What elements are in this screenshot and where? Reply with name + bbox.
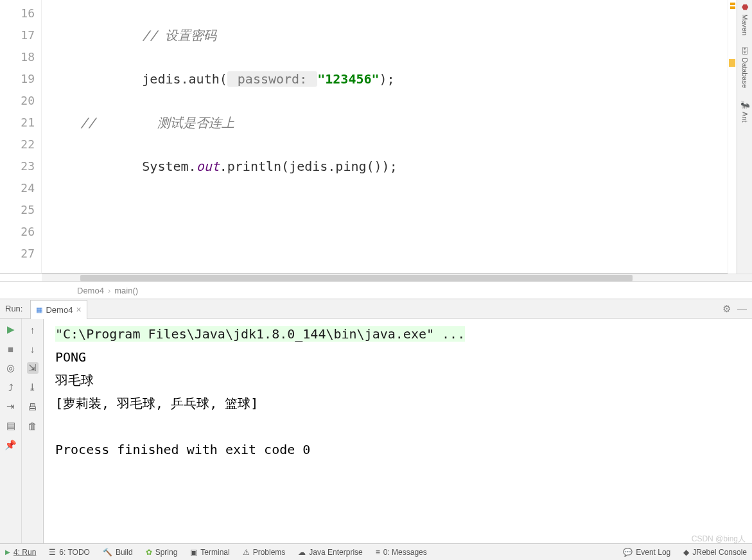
- console-line: PONG: [55, 346, 752, 369]
- marker-warning[interactable]: [730, 3, 735, 5]
- code-text: .println(jedis.ping());: [220, 159, 398, 174]
- exit-icon[interactable]: ⇥: [5, 401, 17, 412]
- line-number: 18: [0, 46, 35, 68]
- console-line: "C:\Program Files\Java\jdk1.8.0_144\bin\…: [55, 322, 752, 346]
- run-toolbar-left2: ↑ ↓ ⇲ ⤓ 🖶 🗑: [22, 319, 44, 550]
- line-number: 26: [0, 221, 35, 243]
- line-number: 27: [0, 243, 35, 265]
- code-line[interactable]: [42, 243, 752, 265]
- pin-icon[interactable]: 📌: [5, 439, 17, 451]
- layout-icon[interactable]: ▤: [5, 420, 17, 432]
- application-icon: ▦: [36, 306, 42, 314]
- jrebel-console-button[interactable]: ◆JRebel Console: [683, 548, 747, 557]
- soft-wrap-icon[interactable]: ⇲: [27, 362, 39, 374]
- string-literal: "123456": [317, 71, 379, 87]
- messages-icon: ≡: [376, 548, 380, 557]
- console-line: 羽毛球: [55, 369, 752, 392]
- error-stripe[interactable]: [728, 0, 737, 274]
- camera-icon[interactable]: ◎: [5, 362, 17, 374]
- line-number: 24: [0, 177, 35, 199]
- code-text: );: [380, 71, 395, 87]
- code-line[interactable]: // 设置密码: [42, 24, 752, 46]
- command-line: "C:\Program Files\Java\jdk1.8.0_144\bin\…: [55, 326, 465, 342]
- code-text: jedis.auth(: [142, 71, 227, 87]
- field-ref: out: [197, 159, 220, 174]
- breadcrumb-item[interactable]: main(): [114, 286, 138, 295]
- run-tab-label: Demo4: [46, 305, 73, 315]
- code-editor: 16 17 18 19 20 21 22 23 24 25 26 27 // 设…: [0, 0, 752, 274]
- marker-warning[interactable]: [730, 6, 735, 9]
- event-log-button[interactable]: 💬Event Log: [623, 548, 670, 557]
- line-number: 19: [0, 68, 35, 90]
- horizontal-scrollbar[interactable]: [42, 274, 752, 281]
- line-number: 17: [0, 24, 35, 46]
- scrollbar-thumb[interactable]: [80, 275, 633, 281]
- run-tool-button[interactable]: ▶4: Run: [5, 548, 36, 557]
- spring-tool-button[interactable]: ✿Spring: [146, 548, 178, 557]
- java-enterprise-tool-button[interactable]: ☁Java Enterprise: [298, 548, 362, 557]
- console-output[interactable]: "C:\Program Files\Java\jdk1.8.0_144\bin\…: [44, 319, 752, 550]
- console-line: [萝莉装, 羽毛球, 乒乓球, 篮球]: [55, 392, 752, 415]
- code-line[interactable]: jedis.auth( password: "123456");: [42, 68, 752, 90]
- todo-tool-button[interactable]: ☰6: TODO: [49, 548, 90, 557]
- list-icon: ☰: [49, 548, 56, 557]
- scroll-to-end-icon[interactable]: ⤓: [27, 381, 39, 393]
- run-toolbar-left: ▶ ■ ◎ ⤴ ⇥ ▤ 📌: [0, 319, 22, 550]
- messages-tool-button[interactable]: ≡0: Messages: [376, 548, 427, 557]
- close-tab-icon[interactable]: ✕: [76, 306, 82, 314]
- run-tool-body: ▶ ■ ◎ ⤴ ⇥ ▤ 📌 ↑ ↓ ⇲ ⤓ 🖶 🗑 "C:\Program Fi…: [0, 319, 752, 550]
- line-number: 22: [0, 134, 35, 155]
- comment: 测试是否连上: [157, 115, 234, 130]
- line-gutter: 16 17 18 19 20 21 22 23 24 25 26 27: [0, 0, 42, 273]
- line-number: 23: [0, 155, 35, 177]
- process-status: Process finished with exit code 0: [55, 438, 752, 461]
- hide-icon[interactable]: —: [737, 303, 747, 314]
- problems-tool-button[interactable]: ⚠Problems: [243, 548, 286, 557]
- code-line[interactable]: // 测试是否连上: [42, 112, 752, 134]
- gear-icon[interactable]: ⚙: [722, 303, 731, 315]
- comment: // 设置密码: [142, 28, 216, 43]
- code-line[interactable]: System.out.println(jedis.ping());: [42, 155, 752, 177]
- breadcrumb-bar: Demo4 › main(): [0, 281, 752, 299]
- jrebel-icon: ◆: [683, 548, 689, 557]
- console-line: [55, 415, 752, 438]
- stop-icon[interactable]: ■: [5, 343, 17, 354]
- balloon-icon: 💬: [623, 548, 633, 557]
- run-label: Run:: [5, 304, 22, 313]
- bottom-tool-bar: ▶4: Run ☰6: TODO 🔨Build ✿Spring ▣Termina…: [0, 543, 752, 560]
- dump-icon[interactable]: ⤴: [5, 381, 17, 393]
- maven-tool-button[interactable]: ⬣Maven: [740, 3, 749, 35]
- run-tool-header: Run: ▦ Demo4 ✕ ⚙ —: [0, 299, 752, 319]
- code-body[interactable]: // 设置密码 jedis.auth( password: "123456");…: [42, 0, 752, 273]
- down-icon[interactable]: ↓: [27, 343, 39, 354]
- up-icon[interactable]: ↑: [27, 324, 39, 335]
- code-text: System.: [142, 159, 196, 174]
- comment-slash: //: [80, 115, 96, 130]
- line-number: 20: [0, 90, 35, 112]
- line-number: 25: [0, 199, 35, 221]
- clear-icon[interactable]: 🗑: [27, 420, 39, 432]
- right-tool-strip: ⬣Maven 🗄Database 🐜Ant: [737, 0, 752, 274]
- rerun-icon[interactable]: ▶: [5, 324, 17, 335]
- marker-warning[interactable]: [729, 59, 735, 67]
- build-tool-button[interactable]: 🔨Build: [103, 548, 133, 557]
- breadcrumb-item[interactable]: Demo4: [77, 286, 104, 295]
- watermark: CSDN @bing人: [692, 534, 746, 545]
- database-tool-button[interactable]: 🗄Database: [740, 47, 749, 88]
- breadcrumb-separator: ›: [108, 286, 110, 295]
- line-number: 21: [0, 112, 35, 134]
- run-tab[interactable]: ▦ Demo4 ✕: [30, 300, 87, 319]
- print-icon[interactable]: 🖶: [27, 401, 39, 412]
- terminal-icon: ▣: [190, 548, 197, 557]
- enterprise-icon: ☁: [298, 548, 306, 557]
- warning-icon: ⚠: [243, 548, 250, 557]
- spring-icon: ✿: [146, 548, 152, 557]
- terminal-tool-button[interactable]: ▣Terminal: [190, 548, 229, 557]
- play-icon: ▶: [5, 548, 10, 556]
- code-line[interactable]: [42, 199, 752, 221]
- line-number: 16: [0, 3, 35, 24]
- ant-tool-button[interactable]: 🐜Ant: [740, 100, 749, 123]
- param-hint: password:: [227, 71, 317, 87]
- hammer-icon: 🔨: [103, 548, 112, 557]
